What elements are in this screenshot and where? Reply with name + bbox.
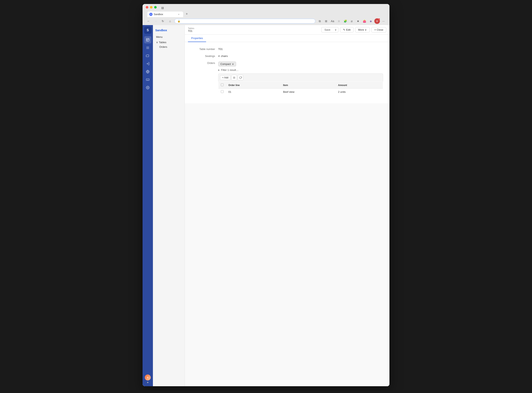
app-header: Tables T01 Save ∨ ✎ Edit More bbox=[185, 25, 389, 35]
extensions-icon[interactable]: 🧩 bbox=[342, 18, 348, 24]
compact-label: Compact bbox=[220, 63, 231, 65]
table-toolbar: + Add bbox=[218, 74, 383, 82]
seatings-value: 4 chairs bbox=[218, 54, 383, 58]
user-menu[interactable]: U bbox=[374, 18, 380, 24]
filter-arrow-icon: ▶ bbox=[218, 69, 220, 71]
row-order-line: 01 bbox=[226, 88, 281, 95]
sidebar-icon-globe[interactable] bbox=[144, 68, 151, 75]
row-checkbox-cell bbox=[218, 88, 226, 95]
svg-rect-0 bbox=[146, 39, 149, 41]
main-content: Tables T01 Save ∨ ✎ Edit More bbox=[185, 25, 389, 386]
nav-sidebar: Sandbox Menu ∨ Tables Orders bbox=[153, 25, 185, 386]
bookmark-icon[interactable]: ☆ bbox=[336, 18, 342, 24]
nav-menu-label: Menu bbox=[156, 35, 163, 39]
seatings-label: Seatings bbox=[191, 54, 215, 58]
more-options-button[interactable]: ··· bbox=[381, 18, 386, 24]
header-actions: Save ∨ ✎ Edit More ∨ × bbox=[321, 27, 386, 32]
breadcrumb: Tables bbox=[188, 27, 194, 29]
column-checkbox bbox=[218, 82, 226, 88]
tab-properties[interactable]: Properties bbox=[188, 35, 206, 42]
save-dropdown-button[interactable]: ∨ bbox=[333, 27, 339, 32]
browser-tab[interactable]: S Sandbox × bbox=[147, 12, 183, 17]
sidebar-icon-settings[interactable] bbox=[144, 84, 151, 91]
close-traffic-light[interactable] bbox=[146, 6, 148, 9]
text-size-icon[interactable]: Aa bbox=[330, 18, 335, 24]
compact-dropdown[interactable]: Compact ∨ bbox=[218, 62, 236, 67]
more-button[interactable]: More ∨ bbox=[355, 27, 370, 32]
tabs-bar: Properties bbox=[185, 35, 389, 42]
app-name-label: Sandbox bbox=[155, 29, 167, 32]
filter-label: Filter 1 result… bbox=[221, 69, 239, 71]
column-order-line: Order line bbox=[226, 82, 281, 88]
sidebar-icons: S bbox=[143, 25, 153, 386]
back-button[interactable]: ← bbox=[146, 18, 151, 24]
compact-chevron-icon: ∨ bbox=[232, 63, 234, 65]
nav-group-tables: ∨ Tables Orders bbox=[153, 40, 185, 49]
edit-icon: ✎ bbox=[343, 28, 345, 31]
new-tab-button[interactable]: + bbox=[184, 11, 190, 17]
content-area: Properties Table number T01 Seatings 4 bbox=[185, 35, 389, 386]
grid-icon[interactable]: ⊞ bbox=[323, 18, 329, 24]
screen-share-icon[interactable]: ⧉ bbox=[317, 18, 323, 24]
lock-icon: 🔒 bbox=[177, 20, 180, 23]
nav-menu[interactable]: Menu bbox=[153, 34, 185, 40]
orders-label: Orders bbox=[159, 45, 167, 48]
maximize-traffic-light[interactable] bbox=[154, 6, 157, 9]
tables-chevron: ∨ bbox=[156, 41, 158, 44]
seatings-count: 4 bbox=[218, 54, 220, 58]
split-view-icon[interactable]: ⧄ bbox=[349, 18, 355, 24]
close-icon: × bbox=[374, 28, 376, 31]
list-view-button[interactable] bbox=[231, 75, 237, 80]
nav-tables-label[interactable]: ∨ Tables bbox=[153, 40, 185, 44]
row-item: Beef stew bbox=[281, 88, 336, 95]
table-row: 01 Beef stew 2 units bbox=[218, 88, 383, 95]
close-button[interactable]: × Close bbox=[371, 27, 386, 32]
copilot-icon[interactable]: ◈ bbox=[368, 18, 374, 24]
close-label: Close bbox=[377, 28, 383, 31]
forward-button[interactable]: → bbox=[153, 18, 158, 24]
wallet-icon[interactable]: 👛 bbox=[362, 18, 367, 24]
sidebar-toggle-icon[interactable]: ▤ bbox=[161, 6, 164, 10]
edit-label: Edit bbox=[346, 28, 350, 31]
tab-label: Sandbox bbox=[154, 13, 163, 16]
save-button-group: Save ∨ bbox=[321, 27, 339, 32]
row-amount: 2 units bbox=[336, 88, 383, 95]
more-label: More bbox=[358, 28, 364, 31]
orders-table: Order line Item Amount bbox=[218, 82, 383, 95]
table-number-label: Table number bbox=[191, 47, 215, 51]
add-button[interactable]: + Add bbox=[220, 75, 231, 80]
sidebar-icon-keyboard[interactable] bbox=[144, 76, 151, 83]
tab-close-button[interactable]: × bbox=[177, 13, 180, 16]
brand-circle: k bbox=[145, 374, 151, 380]
minimize-traffic-light[interactable] bbox=[150, 6, 153, 9]
select-all-checkbox[interactable] bbox=[221, 84, 224, 86]
page-title: T01 bbox=[188, 29, 194, 32]
filter-bar[interactable]: ▶ Filter 1 result… bbox=[218, 69, 383, 71]
app-logo[interactable]: S bbox=[144, 27, 151, 34]
address-bar[interactable]: 🔒 bbox=[174, 19, 315, 24]
sidebar-icon-folder[interactable] bbox=[144, 52, 151, 59]
save-button[interactable]: Save bbox=[321, 27, 333, 32]
edit-button[interactable]: ✎ Edit bbox=[340, 27, 353, 32]
orders-label: Orders bbox=[191, 61, 215, 64]
table-number-row: Table number T01 bbox=[191, 47, 383, 51]
sidebar-icon-document[interactable] bbox=[144, 36, 151, 43]
refresh-button[interactable] bbox=[238, 75, 243, 80]
notification-dot bbox=[378, 18, 380, 20]
table-number-value: T01 bbox=[218, 47, 383, 51]
header-breadcrumb-area: Tables T01 bbox=[188, 27, 194, 32]
column-amount-label: Amount bbox=[338, 84, 347, 87]
sidebar-icon-list[interactable] bbox=[144, 44, 151, 51]
svg-point-15 bbox=[147, 87, 148, 88]
refresh-button[interactable]: ↻ bbox=[160, 18, 166, 24]
sidebar-icon-login[interactable] bbox=[144, 60, 151, 67]
tab-favicon: S bbox=[149, 13, 153, 16]
seatings-row: Seatings 4 chairs bbox=[191, 54, 383, 58]
nav-orders-item[interactable]: Orders bbox=[153, 44, 185, 49]
favorites-icon[interactable]: ★ bbox=[355, 18, 361, 24]
properties-panel: Table number T01 Seatings 4 chairs Order… bbox=[185, 42, 389, 103]
brand-logo: k bbox=[144, 374, 151, 381]
home-button[interactable]: ⌂ bbox=[167, 18, 173, 24]
row-checkbox[interactable] bbox=[221, 90, 224, 93]
app-name-header: Sandbox bbox=[153, 27, 185, 34]
